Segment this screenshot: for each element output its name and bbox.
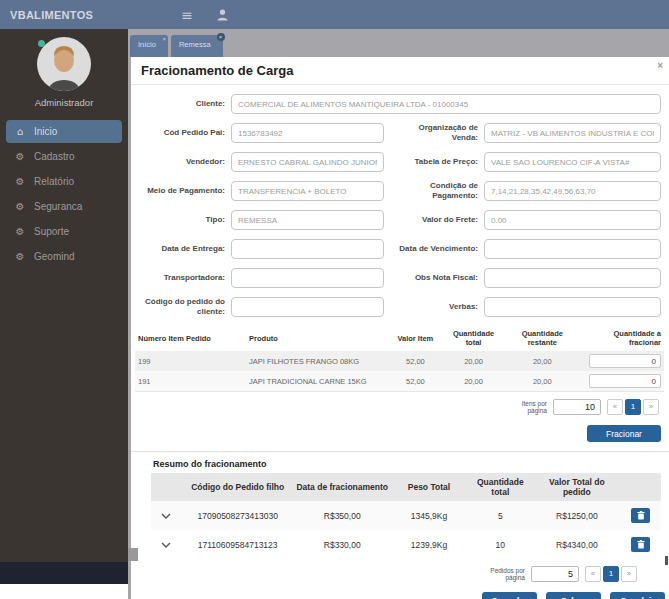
status-dot [38, 40, 45, 47]
organizacao-venda-label: Organização de Venda: [390, 123, 478, 143]
page-1-button[interactable]: 1 [603, 566, 619, 582]
delete-button[interactable] [631, 537, 650, 552]
cell-valor-item: 52,00 [389, 351, 442, 371]
qtd-fracionar-input[interactable] [589, 374, 661, 388]
screen: VBALIMENTOS ≡ Administrador [0, 0, 669, 599]
cell-valor-total: R$1250,00 [533, 501, 620, 530]
top-navbar: VBALIMENTOS ≡ [0, 0, 669, 29]
sidebar-item-label: Cadastro [34, 151, 75, 162]
cell-data-fracionamento: R$350,00 [294, 501, 391, 530]
sidebar-item-relatorio[interactable]: ⚙ Relatório [6, 170, 122, 193]
cell-qtd-restante: 20,00 [505, 351, 579, 371]
organizacao-venda-field[interactable] [484, 123, 661, 143]
tipo-field[interactable] [231, 210, 384, 230]
obs-nota-fiscal-field[interactable] [484, 268, 661, 288]
col-valor-total-pedido: Valor Total do pedido [533, 473, 620, 501]
cell-numero: 191 [135, 371, 246, 392]
sidebar-item-label: Geomind [34, 251, 75, 262]
scrollbar-thumb[interactable] [665, 556, 668, 565]
resumo-title: Resumo do fracionamento [153, 459, 669, 469]
cell-valor-item: 52,00 [389, 371, 442, 392]
cell-codigo: 17090508273413030 [182, 501, 294, 530]
scrollbar-corner[interactable] [128, 548, 138, 561]
cell-qtd-total: 20,00 [442, 351, 505, 371]
meio-pagamento-field[interactable] [231, 181, 384, 201]
valor-frete-field[interactable] [484, 210, 661, 230]
sidebar-item-geomind[interactable]: ⚙ Geomind [6, 245, 122, 268]
sidebar-item-label: Suporte [34, 226, 69, 237]
data-vencimento-label: Data de Vencimento: [390, 239, 478, 259]
fracionamento-modal: × Fracionamento de Carga Cliente: Cód Pe… [131, 57, 669, 599]
cell-qtd-total: 10 [467, 530, 533, 559]
sidebar-item-label: Seguranca [34, 201, 82, 212]
avatar[interactable] [36, 36, 92, 92]
sidebar-item-inicio[interactable]: ⌂ Inicio [6, 120, 122, 143]
items-pagination: Itens por página « 1 » [131, 399, 659, 415]
items-table: Número Item Pedido Produto Valor Item Qu… [135, 325, 664, 392]
cancelar-button[interactable]: Cancelar [482, 592, 537, 599]
fracionar-button[interactable]: Fracionar [587, 425, 661, 442]
tab-close-icon[interactable]: × [162, 36, 166, 42]
col-qtd-total: Quantidade total [442, 325, 505, 351]
cell-peso-total: 1345,9Kg [391, 501, 468, 530]
next-page-button[interactable]: » [643, 399, 659, 415]
gear-icon: ⚙ [14, 251, 26, 262]
data-vencimento-field[interactable] [484, 239, 661, 259]
prev-page-button[interactable]: « [585, 566, 601, 582]
sidebar-item-cadastro[interactable]: ⚙ Cadastro [6, 145, 122, 168]
data-entrega-field[interactable] [231, 239, 384, 259]
tipo-label: Tipo: [135, 210, 225, 230]
tabela-preco-field[interactable] [484, 152, 661, 172]
cell-numero: 199 [135, 351, 246, 371]
table-row: 191 JAPI TRADICIONAL CARNE 15KG 52,00 20… [135, 371, 664, 392]
chevron-down-icon[interactable] [161, 540, 171, 550]
tab-close-icon[interactable]: × [217, 33, 225, 41]
meio-pagamento-label: Meio de Pagamento: [135, 181, 225, 201]
sidebar-item-label: Inicio [34, 126, 57, 137]
pedidos-page-size-input[interactable] [531, 566, 579, 582]
condicao-pagamento-field[interactable] [484, 181, 661, 201]
sidebar-item-suporte[interactable]: ⚙ Suporte [6, 220, 122, 243]
table-row: 199 JAPI FILHOTES FRANGO 08KG 52,00 20,0… [135, 351, 664, 371]
tab-label: Remessa [179, 40, 211, 49]
codigo-pedido-cliente-field[interactable] [231, 297, 384, 317]
prev-page-button[interactable]: « [607, 399, 623, 415]
user-icon[interactable] [217, 9, 228, 21]
col-qtd-fracionar: Quantidade a fracionar [579, 325, 664, 351]
salvar-button[interactable]: Salvar [546, 592, 601, 599]
cell-codigo: 17110609584713123 [182, 530, 294, 559]
col-valor-item: Valor Item [389, 325, 442, 351]
delete-button[interactable] [631, 508, 650, 523]
cell-peso-total: 1239,9Kg [391, 530, 468, 559]
concluir-button[interactable]: Concluir [610, 592, 665, 599]
tab-inicio[interactable]: Início × [130, 35, 168, 57]
vendedor-field[interactable] [231, 152, 384, 172]
gear-icon: ⚙ [14, 176, 26, 187]
col-data-fracionamento: Data de fracionamento [294, 473, 391, 501]
cell-produto: JAPI FILHOTES FRANGO 08KG [246, 351, 389, 371]
chevron-down-icon[interactable] [161, 511, 171, 521]
tab-remessa[interactable]: Remessa × [171, 35, 223, 57]
page-1-button[interactable]: 1 [625, 399, 641, 415]
verbas-field[interactable] [484, 297, 661, 317]
cell-produto: JAPI TRADICIONAL CARNE 15KG [246, 371, 389, 392]
summary-pagination: Pedidos por página « 1 » [131, 566, 637, 582]
next-page-button[interactable]: » [621, 566, 637, 582]
cliente-field[interactable] [231, 94, 661, 114]
col-actions [620, 473, 661, 501]
hamburger-icon[interactable]: ≡ [181, 7, 193, 23]
qtd-fracionar-input[interactable] [589, 354, 661, 368]
close-icon[interactable]: × [657, 60, 663, 71]
items-page-size-input[interactable] [553, 399, 601, 415]
brand-logo: VBALIMENTOS [10, 9, 93, 21]
codigo-pedido-cliente-label: Código do pedido do cliente: [135, 297, 225, 317]
transportadora-field[interactable] [231, 268, 384, 288]
sidebar-menu: ⌂ Inicio ⚙ Cadastro ⚙ Relatório ⚙ Segura… [0, 120, 128, 268]
sidebar-footer-strip [0, 562, 128, 584]
gear-icon: ⚙ [14, 201, 26, 212]
cod-pedido-pai-field[interactable] [231, 123, 384, 143]
sidebar-item-seguranca[interactable]: ⚙ Seguranca [6, 195, 122, 218]
gear-icon: ⚙ [14, 151, 26, 162]
gear-icon: ⚙ [14, 226, 26, 237]
cell-data-fracionamento: R$330,00 [294, 530, 391, 559]
